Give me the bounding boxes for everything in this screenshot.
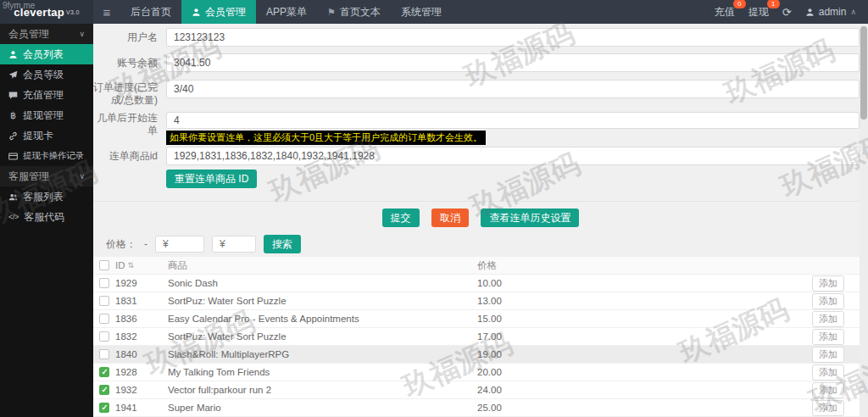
products-table: ID ⇅ 商品 价格 1929 Sonic Dash 10.00 添加 1831… bbox=[93, 257, 860, 417]
row-checkbox[interactable] bbox=[99, 314, 109, 324]
nav-label: APP菜单 bbox=[266, 5, 307, 19]
sidebar-item-withdraw-card-log[interactable]: 提现卡操作记录 bbox=[0, 146, 93, 166]
scrollbar-thumb[interactable] bbox=[860, 26, 867, 120]
withdraw-link[interactable]: 提现 1 bbox=[748, 5, 769, 19]
item-label: 会员列表 bbox=[23, 47, 64, 62]
corner-watermark: 9fym.me bbox=[3, 1, 35, 10]
add-button[interactable]: 添加 bbox=[812, 382, 844, 398]
username: admin bbox=[819, 6, 847, 18]
cell-price: 19.00 bbox=[477, 349, 797, 359]
section-label: 会员管理 bbox=[8, 27, 49, 42]
item-label: 充值管理 bbox=[23, 88, 64, 103]
row-checkbox[interactable] bbox=[99, 331, 109, 342]
nav-item-system[interactable]: 系统管理 bbox=[391, 0, 452, 24]
nav-item-members[interactable]: 会员管理 bbox=[181, 0, 256, 24]
cell-id: 1928 bbox=[115, 367, 168, 377]
order-progress-field[interactable] bbox=[166, 80, 860, 98]
balance-field[interactable] bbox=[166, 53, 860, 72]
row-checkbox-checked[interactable] bbox=[99, 385, 109, 395]
caret-up-icon: ∧ bbox=[850, 8, 856, 16]
row-checkbox-checked[interactable] bbox=[99, 403, 109, 413]
sidebar-item-support-code[interactable]: </> 客服代码 bbox=[0, 207, 93, 227]
chain-start-label: 几单后开始连单 bbox=[93, 112, 158, 137]
person-icon bbox=[805, 8, 815, 17]
select-all-checkbox[interactable] bbox=[99, 260, 109, 270]
cell-product: Super Mario bbox=[168, 403, 477, 413]
add-button[interactable]: 添加 bbox=[812, 311, 844, 327]
sidebar-section-members[interactable]: 会员管理 ∨ bbox=[0, 24, 93, 44]
row-checkbox[interactable] bbox=[99, 349, 109, 359]
chain-products-field[interactable] bbox=[166, 147, 860, 165]
sidebar-item-recharge-mgmt[interactable]: 充值管理 bbox=[0, 85, 93, 105]
user-menu[interactable]: admin ∧ bbox=[805, 6, 856, 18]
table-row: 1928 My Talking Tom Friends 20.00 添加 bbox=[93, 364, 860, 381]
search-button[interactable]: 搜索 bbox=[264, 235, 301, 253]
sidebar-item-support-list[interactable]: 客服列表 bbox=[0, 186, 93, 207]
recharge-link[interactable]: 充值 0 bbox=[715, 5, 735, 19]
cell-product: SortPuz: Water Sort Puzzle bbox=[168, 331, 477, 342]
price-column-header: 价格 bbox=[477, 259, 797, 272]
sidebar-item-member-level[interactable]: 会员等级 bbox=[0, 64, 93, 85]
row-checkbox[interactable] bbox=[99, 278, 109, 288]
sidebar-section-support[interactable]: 客服管理 ∨ bbox=[0, 166, 93, 186]
cell-id: 1840 bbox=[115, 349, 168, 359]
cell-id: 1929 bbox=[115, 278, 168, 288]
cell-price: 15.00 bbox=[477, 314, 797, 324]
submit-button[interactable]: 提交 bbox=[382, 208, 420, 227]
chevron-down-icon: ∨ bbox=[79, 30, 85, 38]
username-label: 用户名 bbox=[93, 31, 158, 44]
sidebar-item-withdraw-mgmt[interactable]: ฿ 提现管理 bbox=[0, 105, 93, 125]
cell-price: 25.00 bbox=[477, 403, 797, 413]
card-icon bbox=[8, 152, 18, 161]
divider bbox=[93, 201, 868, 202]
add-button[interactable]: 添加 bbox=[812, 329, 844, 345]
reset-chain-products-button[interactable]: 重置连单商品 ID bbox=[166, 170, 257, 188]
code-icon: </> bbox=[8, 213, 19, 221]
recharge-label: 充值 bbox=[715, 6, 735, 18]
item-label: 提现卡操作记录 bbox=[23, 150, 83, 162]
price-range-separator: - bbox=[144, 238, 147, 250]
sidebar-item-withdraw-card[interactable]: 提现卡 bbox=[0, 125, 93, 146]
app-version: V3.0 bbox=[66, 9, 80, 15]
price-max-input[interactable] bbox=[212, 236, 256, 253]
table-row: 1941 Super Mario 25.00 添加 bbox=[93, 399, 860, 417]
nav-label: 系统管理 bbox=[401, 5, 442, 19]
cell-price: 17.00 bbox=[477, 331, 797, 342]
add-button[interactable]: 添加 bbox=[812, 275, 844, 292]
sort-icon[interactable]: ⇅ bbox=[128, 261, 135, 270]
id-column-header: ID bbox=[115, 260, 125, 270]
nav-item-home-text[interactable]: ⚑ 首页文本 bbox=[317, 0, 391, 24]
chain-start-field[interactable] bbox=[166, 112, 860, 129]
form-actions: 提交 取消 查看连单历史设置 bbox=[93, 208, 868, 227]
product-column-header: 商品 bbox=[168, 259, 477, 272]
nav-item-app-menu[interactable]: APP菜单 bbox=[256, 0, 317, 24]
table-row: 1836 Easy Calendar Pro - Events & Appoin… bbox=[93, 310, 860, 328]
item-label: 会员等级 bbox=[23, 68, 64, 82]
cell-price: 13.00 bbox=[477, 296, 797, 306]
hamburger-menu-icon[interactable]: ≡ bbox=[93, 0, 120, 24]
price-min-input[interactable] bbox=[155, 236, 204, 253]
cell-price: 10.00 bbox=[477, 278, 797, 288]
price-label: 价格： bbox=[106, 237, 136, 252]
refresh-icon[interactable]: ⟳ bbox=[782, 6, 792, 19]
add-button[interactable]: 添加 bbox=[812, 400, 844, 416]
view-chain-history-button[interactable]: 查看连单历史设置 bbox=[481, 208, 579, 227]
sidebar: 会员管理 ∨ 会员列表 会员等级 充值管理 ฿ 提现管理 提现卡 提现卡操作记录… bbox=[0, 24, 93, 417]
row-checkbox[interactable] bbox=[99, 296, 109, 306]
add-button[interactable]: 添加 bbox=[812, 293, 844, 309]
username-field[interactable] bbox=[166, 28, 860, 47]
cancel-button[interactable]: 取消 bbox=[431, 208, 469, 227]
nav-label: 首页文本 bbox=[340, 5, 381, 19]
row-checkbox-checked[interactable] bbox=[99, 367, 109, 377]
cell-product: Easy Calendar Pro - Events & Appointment… bbox=[168, 314, 477, 324]
nav-item-dashboard[interactable]: 后台首页 bbox=[120, 0, 181, 24]
item-label: 客服代码 bbox=[24, 210, 64, 225]
scrollbar[interactable] bbox=[860, 24, 868, 417]
person-icon bbox=[192, 8, 201, 17]
paper-plane-icon bbox=[8, 70, 18, 80]
add-button[interactable]: 添加 bbox=[812, 347, 844, 363]
table-row: 1832 SortPuz: Water Sort Puzzle 17.00 添加 bbox=[93, 328, 860, 346]
cell-price: 20.00 bbox=[477, 367, 797, 377]
sidebar-item-member-list[interactable]: 会员列表 bbox=[0, 44, 93, 64]
add-button[interactable]: 添加 bbox=[812, 364, 844, 381]
